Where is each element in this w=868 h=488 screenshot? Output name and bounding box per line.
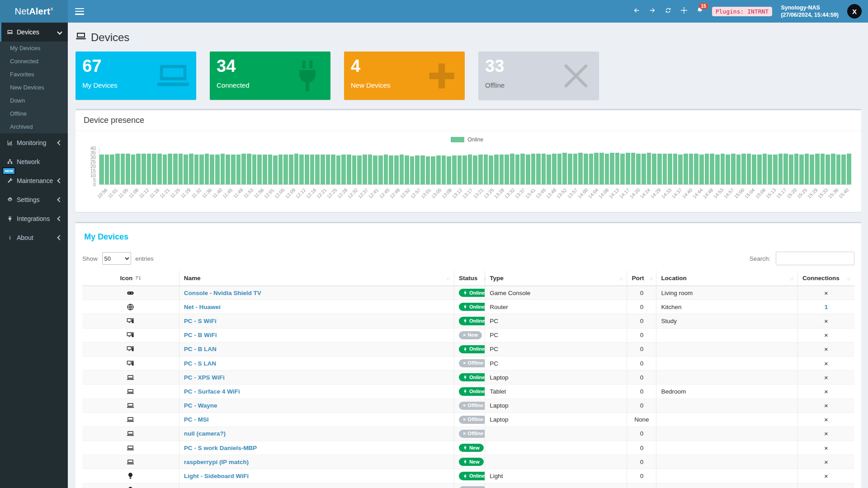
sidebar-item-about[interactable]: About <box>0 228 68 247</box>
device-name-link[interactable]: PC - MSI <box>184 416 209 423</box>
x-tick-label: 13:21 <box>472 187 484 199</box>
summary-cards: 67My Devices34Connected4New Devices33Off… <box>75 52 861 100</box>
device-name-link[interactable]: Net - Huawei <box>184 304 221 310</box>
chart-bar <box>799 155 804 184</box>
app-logo[interactable]: NetAlertx <box>0 0 68 23</box>
connections-cell: 1 <box>797 300 854 314</box>
user-avatar[interactable]: X <box>847 4 862 19</box>
search-input[interactable] <box>776 252 854 265</box>
summary-card-new-devices[interactable]: 4New Devices <box>344 52 465 100</box>
port-cell: None <box>627 413 656 427</box>
sidebar-subitem-offline[interactable]: Offline <box>0 107 68 120</box>
chart-bar <box>515 155 520 184</box>
column-header-name[interactable]: Name↓↑ <box>179 271 454 286</box>
chart-legend[interactable]: Online <box>83 136 851 143</box>
chart-bar <box>547 155 551 184</box>
device-name-link[interactable]: PC - Wayne <box>184 402 217 409</box>
connections-cell: × <box>797 413 854 427</box>
connections-cell: × <box>797 469 854 483</box>
times-icon: × <box>463 403 466 408</box>
device-name-link[interactable]: PC - Surface 4 WiFi <box>184 388 240 395</box>
connections-cell: × <box>797 328 854 342</box>
column-header-icon[interactable]: Icon <box>82 271 179 286</box>
location-cell <box>656 455 798 469</box>
location-cell <box>656 427 798 441</box>
device-name-link[interactable]: Console - Nvidia Shield TV <box>184 290 261 296</box>
plugins-status-badge[interactable]: Plugins: INTRNT <box>712 7 772 16</box>
sidebar-item-settings[interactable]: Settings <box>0 190 68 209</box>
forward-icon[interactable] <box>649 7 656 16</box>
lightbulb-icon <box>127 486 134 488</box>
column-header-location[interactable]: Location↓↑ <box>656 271 798 286</box>
sidebar-subitem-down[interactable]: Down <box>0 94 68 107</box>
x-tick-label: 12:09 <box>284 187 296 199</box>
status-cell: Online <box>454 469 485 483</box>
x-tick-label: 12:28 <box>336 187 349 199</box>
sidebar-subitem-connected[interactable]: Connected <box>0 55 68 68</box>
search-label: Search: <box>750 255 771 262</box>
device-name-link[interactable]: PC - S work Daniels-MBP <box>184 445 257 451</box>
times-icon: × <box>463 332 466 338</box>
my-devices-box: My Devices Show 50 entries Search: IconN… <box>75 222 861 488</box>
desktop-icon <box>127 360 134 367</box>
chart-bar <box>657 154 662 184</box>
sidebar-toggle-icon[interactable] <box>75 8 84 15</box>
times-icon: × <box>463 417 466 422</box>
device-name-link[interactable]: PC - S LAN <box>184 360 216 367</box>
x-tick-label: 14:33 <box>660 187 672 199</box>
sidebar-item-maintenance[interactable]: NEWMaintenance <box>0 171 68 190</box>
chart-bar <box>794 154 799 184</box>
location-cell <box>656 469 798 483</box>
x-tick-label: 14:04 <box>587 187 599 199</box>
chart-bar <box>783 154 788 184</box>
device-name-link[interactable]: raspberrypi (IP match) <box>184 459 249 465</box>
x-tick-label: 15:33 <box>817 187 829 199</box>
summary-card-my-devices[interactable]: 67My Devices <box>75 52 196 100</box>
summary-card-offline[interactable]: 33Offline <box>478 52 599 100</box>
move-icon[interactable] <box>680 7 688 16</box>
column-label: Status <box>459 275 477 282</box>
back-icon[interactable] <box>633 7 640 16</box>
sidebar-item-devices[interactable]: Devices <box>0 23 68 42</box>
device-name-link[interactable]: PC - XPS WiFi <box>184 374 225 381</box>
sidebar-subitem-new-devices[interactable]: New Devices <box>0 81 68 94</box>
device-name-cell: PC - B WiFi <box>179 328 454 342</box>
sidebar-item-monitoring[interactable]: Monitoring <box>0 133 68 152</box>
chart-bar <box>715 155 720 184</box>
column-header-status[interactable]: Status↓↑ <box>454 271 485 286</box>
chart-bar <box>110 155 114 184</box>
sidebar-subitem-my-devices[interactable]: My Devices <box>0 42 68 55</box>
sidebar-subitem-favorites[interactable]: Favorites <box>0 68 68 81</box>
column-header-type[interactable]: Type↓↑ <box>485 271 627 286</box>
chart-bar <box>489 155 493 184</box>
connections-link[interactable]: 1 <box>825 304 828 310</box>
device-name-link[interactable]: PC - S WiFi <box>184 318 217 324</box>
table-row: PC - S WiFiOnlinePC0Study× <box>82 314 854 328</box>
y-tick-label: 40 <box>90 145 96 151</box>
refresh-icon[interactable] <box>665 7 672 16</box>
x-tick-label: 11:01 <box>107 187 119 199</box>
summary-card-connected[interactable]: 34Connected <box>210 52 330 100</box>
device-name-link[interactable]: PC - B LAN <box>184 346 217 352</box>
chart-bar <box>631 153 636 184</box>
type-cell <box>485 427 627 441</box>
sidebar-subitem-archived[interactable]: Archived <box>0 120 68 133</box>
times-icon <box>558 58 594 94</box>
device-name-link[interactable]: Light - Sideboard WiFi <box>184 473 249 479</box>
table-row: PC - B LANOnlinePC0× <box>82 342 854 356</box>
x-tick-label: 11:05 <box>117 187 129 199</box>
chart-bar <box>347 155 351 184</box>
connections-cell: × <box>797 371 854 385</box>
chart-bar <box>400 155 404 184</box>
column-header-port[interactable]: Port↓↑ <box>627 271 656 286</box>
chart-bar <box>705 154 709 184</box>
x-tick-label: 14:57 <box>723 187 735 199</box>
sidebar-item-integrations[interactable]: Integrations <box>0 209 68 228</box>
status-badge: Online <box>459 373 485 381</box>
notifications-bell[interactable]: 15 <box>696 7 703 16</box>
page-length-select[interactable]: 50 <box>102 252 131 265</box>
chart-bar <box>257 155 262 184</box>
device-name-link[interactable]: PC - B WiFi <box>184 332 217 338</box>
device-name-link[interactable]: null (camera?) <box>184 430 226 437</box>
column-header-connections[interactable]: Connections↓↑ <box>797 271 854 286</box>
